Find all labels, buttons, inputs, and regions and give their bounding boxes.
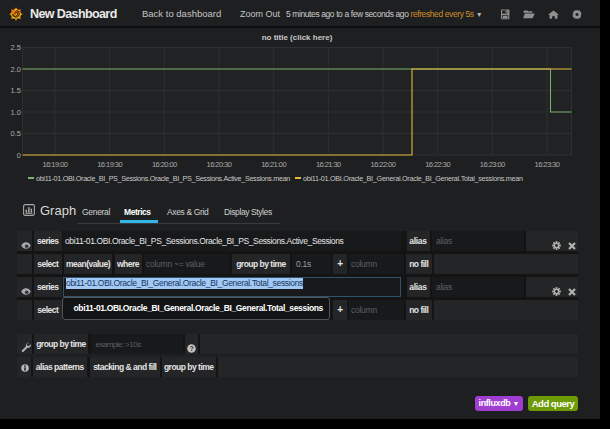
svg-text:?: ?	[189, 344, 193, 351]
